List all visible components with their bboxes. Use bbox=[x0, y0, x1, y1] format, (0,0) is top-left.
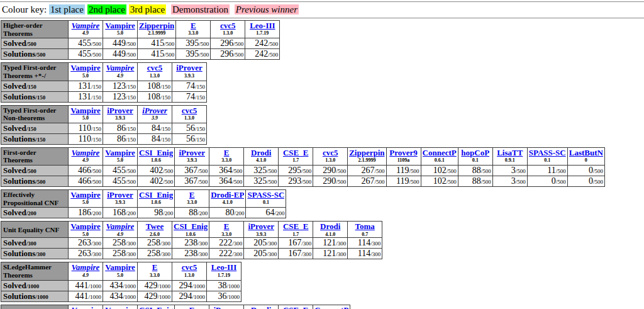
result-cell: 84/150 bbox=[138, 133, 172, 144]
system-link-iprover[interactable]: iProver bbox=[107, 190, 133, 199]
system-link-zipperpin[interactable]: Zipperpin bbox=[139, 21, 174, 30]
row-label-text: Solved bbox=[3, 81, 26, 91]
system-name: Vampire bbox=[104, 262, 136, 272]
system-link-drodi[interactable]: Drodi bbox=[251, 305, 271, 309]
system-link-prover9[interactable]: Prover9 bbox=[389, 148, 418, 157]
system-link-vampire[interactable]: Vampire bbox=[72, 305, 100, 309]
system-name: ConnectP bbox=[314, 305, 348, 309]
system-version: 3.3.0 bbox=[211, 157, 242, 164]
system-link-zipperpin[interactable]: Zipperpin bbox=[349, 148, 384, 157]
system-link-e[interactable]: E bbox=[191, 21, 196, 30]
result-cell: 205/300 bbox=[244, 249, 279, 259]
system-link-e[interactable]: E bbox=[224, 148, 230, 157]
system-link-iprover[interactable]: iProver bbox=[213, 305, 240, 309]
system-version: 0.6.1 bbox=[423, 157, 457, 164]
result-value: 295 bbox=[288, 166, 301, 175]
system-link-csi-enig[interactable]: CSI_Enig bbox=[139, 148, 173, 157]
system-version: 3.9.3 bbox=[176, 157, 208, 164]
system-link-vampire[interactable]: Vampire bbox=[72, 148, 100, 157]
system-link-vampire[interactable]: Vampire bbox=[70, 190, 101, 199]
system-link-e[interactable]: E bbox=[224, 222, 230, 231]
system-link-lisatt[interactable]: LisaTT bbox=[497, 148, 523, 157]
system-link-cse-e[interactable]: CSE_E bbox=[283, 148, 308, 157]
system-link-spass-sc[interactable]: SPASS-SC bbox=[529, 148, 566, 157]
result-value: 84 bbox=[152, 123, 160, 133]
system-link-vampire[interactable]: Vampire bbox=[70, 106, 101, 115]
result-denominator: /500 bbox=[199, 41, 209, 47]
system-version: 1.7 bbox=[280, 232, 311, 238]
system-link-cvc5[interactable]: cvc5 bbox=[182, 106, 197, 115]
system-link-drodi-ep[interactable]: Drodi-EP bbox=[211, 190, 244, 199]
system-link-vampire[interactable]: Vampire bbox=[106, 222, 135, 231]
system-name: E bbox=[176, 305, 208, 309]
system-version: 2.1.9999 bbox=[349, 157, 384, 164]
solutions-row: Solutions/1000441/1000434/1000429/100029… bbox=[1, 291, 242, 301]
result-value: 441 bbox=[75, 281, 88, 290]
system-link-e[interactable]: E bbox=[152, 262, 158, 272]
result-denominator: /1000 bbox=[88, 294, 101, 300]
system-link-vampire[interactable]: Vampire bbox=[105, 262, 135, 272]
system-link-iprover[interactable]: iProver bbox=[248, 222, 274, 231]
system-name: cvc5 bbox=[174, 262, 205, 272]
system-link-cse-e[interactable]: CSE_E bbox=[283, 222, 308, 231]
system-link-vampire[interactable]: Vampire bbox=[105, 305, 135, 309]
result-cell: 434/1000 bbox=[103, 291, 138, 301]
system-link-connectp[interactable]: ConnectP bbox=[423, 148, 457, 157]
system-link-vampire[interactable]: Vampire bbox=[70, 222, 101, 231]
result-denominator: /150 bbox=[126, 84, 136, 90]
result-cell: 110/150 bbox=[69, 123, 103, 133]
division-title: First-order Theorems bbox=[1, 147, 69, 165]
result-denominator: /1000 bbox=[157, 294, 170, 300]
system-link-iprover[interactable]: iProver bbox=[107, 106, 133, 115]
system-link-cvc5[interactable]: cvc5 bbox=[182, 262, 197, 272]
top-divider bbox=[0, 1, 644, 3]
result-denominator: /300 bbox=[160, 251, 170, 257]
result-cell: 325/500 bbox=[244, 176, 279, 187]
system-link-cvc5[interactable]: cvc5 bbox=[147, 63, 163, 72]
system-header-cvc5-1-3-0: cvc51.3.0 bbox=[138, 63, 172, 81]
system-link-cvc5[interactable]: cvc5 bbox=[220, 21, 236, 30]
system-link-vampire[interactable]: Vampire bbox=[72, 21, 100, 30]
result-denominator: /500 bbox=[593, 168, 603, 174]
system-link-csi-enig[interactable]: CSI_Enig bbox=[139, 190, 173, 199]
system-link-vampire[interactable]: Vampire bbox=[105, 148, 135, 157]
system-link-iprover[interactable]: iProver bbox=[176, 63, 203, 72]
system-version: 0.1 bbox=[247, 199, 284, 206]
result-cell: 296/500 bbox=[211, 38, 245, 49]
system-link-drodi[interactable]: Drodi bbox=[320, 222, 340, 231]
system-link-leo-iii[interactable]: Leo-III bbox=[211, 262, 236, 272]
solved-row: Solved/1000441/1000434/1000429/1000294/1… bbox=[1, 280, 242, 291]
system-link-lastbutn[interactable]: LastButN bbox=[569, 148, 603, 157]
result-denominator: /500 bbox=[516, 168, 526, 174]
system-link-vampire[interactable]: Vampire bbox=[72, 262, 100, 272]
result-value: 167 bbox=[288, 249, 301, 258]
system-link-vampire[interactable]: Vampire bbox=[105, 21, 135, 30]
result-cell: 267/500 bbox=[348, 176, 386, 187]
system-link-csi-enig[interactable]: CSI_Enig bbox=[139, 305, 173, 309]
system-link-drodi[interactable]: Drodi bbox=[251, 148, 271, 157]
system-link-cvc5[interactable]: cvc5 bbox=[323, 148, 338, 157]
system-link-leo-iii[interactable]: Leo-III bbox=[250, 21, 275, 30]
system-name: iProver bbox=[139, 106, 170, 115]
system-link-csi-enig[interactable]: CSI_Enig bbox=[174, 222, 208, 231]
system-link-vampire[interactable]: Vampire bbox=[70, 63, 101, 72]
system-link-twee[interactable]: Twee bbox=[146, 222, 164, 231]
system-header-iprover-3-9: iProver3.9 bbox=[138, 105, 172, 123]
result-cell: 402/500 bbox=[138, 166, 175, 176]
system-link-toma[interactable]: Toma bbox=[355, 222, 375, 231]
system-link-cse-e[interactable]: CSE_E bbox=[283, 305, 308, 309]
system-header-vampire-5-0: Vampire5.0 bbox=[103, 305, 138, 309]
system-link-e[interactable]: E bbox=[189, 190, 195, 199]
row-label-solved: Solved/500 bbox=[1, 38, 69, 49]
system-link-iprover[interactable]: iProver bbox=[179, 148, 205, 157]
system-link-spass-sc[interactable]: SPASS-SC bbox=[247, 190, 284, 199]
result-cell: 123/150 bbox=[103, 91, 138, 102]
system-version: 3.3.0 bbox=[177, 30, 209, 37]
system-link-e[interactable]: E bbox=[189, 305, 195, 309]
system-name: CSI_Enig bbox=[174, 222, 208, 231]
result-cell: 86/150 bbox=[103, 133, 138, 144]
system-link-connectp[interactable]: ConnectP bbox=[314, 305, 348, 309]
system-link-vampire[interactable]: Vampire bbox=[106, 63, 135, 72]
system-link-hopcop[interactable]: hopCoP bbox=[461, 148, 489, 157]
system-link-iprover[interactable]: iProver bbox=[142, 106, 167, 115]
